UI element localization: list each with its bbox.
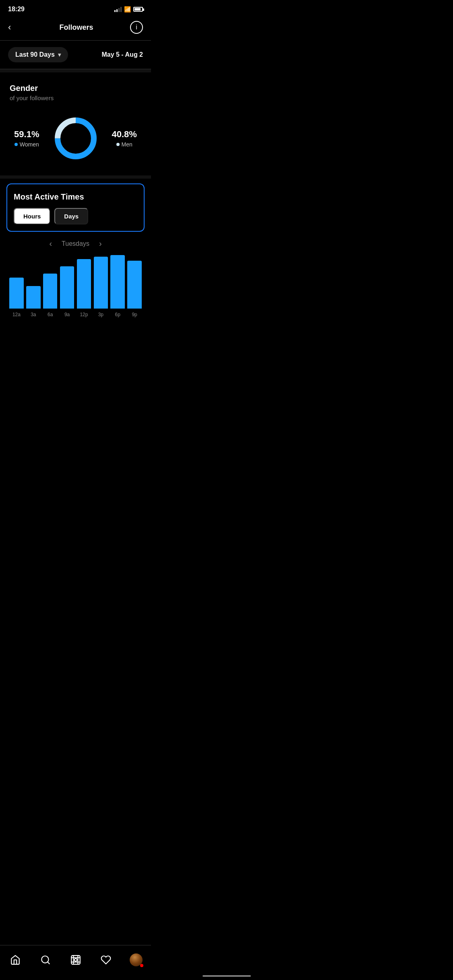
gender-chart: 59.1% Women 40.8%	[10, 114, 141, 163]
bar	[110, 255, 125, 309]
bar	[94, 257, 108, 309]
bar-label: 6p	[115, 312, 120, 317]
time-tab-row: Hours Days	[14, 208, 137, 224]
bar-label: 3p	[98, 312, 103, 317]
bar	[60, 266, 74, 309]
men-dot	[116, 143, 120, 146]
page-title: Followers	[23, 23, 130, 32]
bars-container: 12a3a6a9a12p3p6p9p	[6, 253, 145, 317]
info-button[interactable]: i	[130, 21, 143, 34]
bar-group: 12p	[76, 253, 93, 317]
bar-group: 6p	[109, 253, 126, 317]
gender-section: Gender of your followers 59.1% Women	[0, 72, 151, 175]
men-label: Men	[122, 141, 132, 148]
status-bar: 18:29 📶	[0, 0, 151, 16]
activity-bar-chart: 12a3a6a9a12p3p6p9p	[0, 253, 151, 327]
day-navigation: ‹ Tuesdays ›	[0, 232, 151, 253]
date-range-label: May 5 - Aug 2	[101, 51, 143, 58]
gender-subtitle: of your followers	[10, 95, 141, 101]
status-time: 18:29	[8, 6, 25, 13]
bar-group: 12a	[8, 253, 25, 317]
info-icon: i	[136, 24, 137, 31]
back-button[interactable]: ‹	[8, 22, 23, 33]
bar-group: 6a	[42, 253, 59, 317]
wifi-icon: 📶	[124, 6, 131, 12]
women-stat: 59.1% Women	[14, 129, 39, 148]
bar-group: 3p	[92, 253, 109, 317]
men-stat: 40.8% Men	[112, 129, 137, 148]
status-icons: 📶	[114, 6, 143, 12]
bar-label: 12p	[80, 312, 88, 317]
men-percentage: 40.8%	[112, 129, 137, 140]
donut-svg	[52, 114, 100, 163]
chevron-down-icon: ▾	[58, 51, 61, 58]
bar-group: 9p	[126, 253, 143, 317]
men-label-row: Men	[112, 141, 137, 148]
hours-tab[interactable]: Hours	[14, 208, 50, 224]
days-tab[interactable]: Days	[54, 208, 88, 224]
bar-label: 6a	[48, 312, 53, 317]
bar-label: 9a	[64, 312, 70, 317]
women-dot	[14, 143, 18, 146]
date-range-dropdown[interactable]: Last 90 Days ▾	[8, 47, 68, 62]
women-label: Women	[20, 141, 39, 148]
signal-icon	[114, 6, 122, 12]
women-label-row: Women	[14, 141, 39, 148]
bar-label: 3a	[31, 312, 36, 317]
bar-label: 12a	[12, 312, 21, 317]
prev-day-button[interactable]: ‹	[49, 239, 52, 248]
bar	[9, 278, 24, 309]
section-divider-2	[0, 175, 151, 179]
bar-group: 9a	[59, 253, 76, 317]
active-times-wrapper: Most Active Times Hours Days	[0, 183, 151, 232]
active-times-title: Most Active Times	[14, 192, 137, 202]
header: ‹ Followers i	[0, 16, 151, 41]
next-day-button[interactable]: ›	[99, 239, 102, 248]
active-times-section: Most Active Times Hours Days	[6, 183, 145, 232]
women-percentage: 59.1%	[14, 129, 39, 140]
bar	[77, 259, 91, 309]
section-divider	[0, 69, 151, 72]
dropdown-label: Last 90 Days	[15, 51, 55, 58]
current-day-label: Tuesdays	[62, 240, 89, 247]
bar-label: 9p	[132, 312, 137, 317]
bar-group: 3a	[25, 253, 42, 317]
filter-row: Last 90 Days ▾ May 5 - Aug 2	[0, 41, 151, 69]
bar	[43, 274, 58, 309]
bar	[26, 286, 41, 309]
bar	[127, 261, 142, 309]
gender-title: Gender	[10, 84, 141, 93]
gender-donut-chart	[52, 114, 100, 163]
battery-icon	[133, 7, 143, 12]
